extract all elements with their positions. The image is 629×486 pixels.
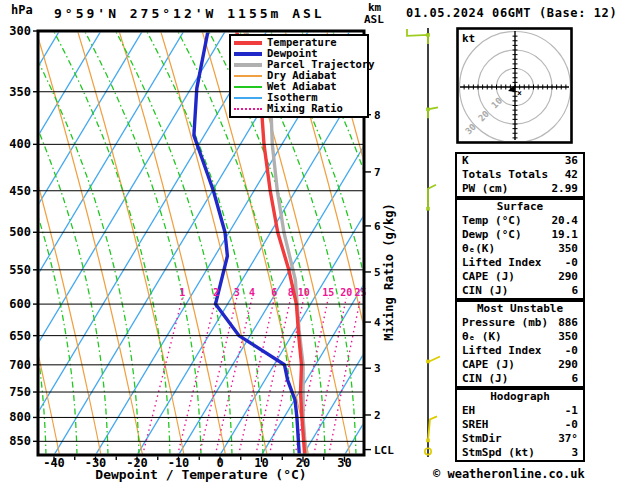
stat-value: 2.99 [552, 182, 579, 196]
svg-text:5: 5 [374, 266, 381, 279]
stat-value: 19.1 [552, 228, 579, 242]
stat-row: Temp (°C)20.4 [457, 214, 583, 228]
svg-text:850: 850 [9, 434, 31, 448]
stat-row: CAPE (J)290 [457, 270, 583, 284]
svg-text:8: 8 [374, 109, 381, 122]
stat-row: Lifted Index-0 [457, 344, 583, 358]
hodograph-trace-mark: × [517, 89, 522, 98]
stat-label: EH [462, 404, 475, 418]
svg-text:7: 7 [374, 166, 381, 179]
stat-value: 290 [558, 270, 578, 284]
svg-text:800: 800 [9, 410, 31, 424]
stat-row: SREH-0 [457, 418, 583, 432]
legend-swatch [234, 108, 262, 110]
svg-text:750: 750 [9, 385, 31, 399]
stats-panels: K36Totals Totals42PW (cm)2.99SurfaceTemp… [455, 152, 585, 462]
hodograph: kt102030× [456, 27, 574, 145]
stat-row: Totals Totals42 [457, 168, 583, 182]
credit: © weatheronline.co.uk [433, 467, 585, 481]
stat-label: CIN (J) [462, 372, 508, 386]
svg-text:300: 300 [9, 24, 31, 38]
stat-label: Lifted Index [462, 344, 541, 358]
sounding-chart-page: hPa 9°59'N 275°12'W 1155m ASL km ASL 01.… [0, 0, 629, 486]
stat-row: PW (cm)2.99 [457, 182, 583, 196]
stat-value: -0 [565, 344, 578, 358]
stat-row: StmDir37° [457, 432, 583, 446]
x-axis-title: Dewpoint / Temperature (°C) [38, 467, 364, 482]
svg-text:700: 700 [9, 358, 31, 372]
svg-text:LCL: LCL [374, 444, 394, 457]
svg-text:2: 2 [374, 409, 381, 422]
svg-text:400: 400 [9, 137, 31, 151]
stat-row: θₑ(K)350 [457, 242, 583, 256]
stats-panel: Most UnstablePressure (mb)886θₑ (K)350Li… [455, 300, 585, 388]
stats-panel: HodographEH-1SREH-0StmDir37°StmSpd (kt)3 [455, 388, 585, 462]
stat-row: K36 [457, 154, 583, 168]
svg-text:3: 3 [234, 287, 240, 298]
stat-value: 290 [558, 358, 578, 372]
svg-text:2: 2 [213, 287, 219, 298]
stat-row: θₑ (K)350 [457, 330, 583, 344]
svg-text:4: 4 [374, 316, 381, 329]
stat-label: K [462, 154, 469, 168]
svg-text:6: 6 [374, 220, 381, 233]
stat-row: Pressure (mb)886 [457, 316, 583, 330]
svg-text:1: 1 [179, 287, 185, 298]
stat-label: PW (cm) [462, 182, 508, 196]
legend-swatch [234, 52, 262, 56]
stat-value: 20.4 [552, 214, 579, 228]
stat-value: -0 [565, 256, 578, 270]
stat-value: 42 [565, 168, 578, 182]
stats-panel-header: Surface [457, 200, 583, 214]
legend-item: Mixing Ratio [234, 103, 367, 114]
svg-text:8: 8 [288, 287, 294, 298]
stat-row: CAPE (J)290 [457, 358, 583, 372]
stat-value: 6 [571, 372, 578, 386]
legend-swatch [234, 75, 262, 77]
stats-panel-header: Most Unstable [457, 302, 583, 316]
svg-text:450: 450 [9, 184, 31, 198]
stat-value: -0 [565, 418, 578, 432]
wind-barb-column [407, 28, 440, 457]
stats-panel: K36Totals Totals42PW (cm)2.99 [455, 152, 585, 198]
stat-row: CIN (J)6 [457, 284, 583, 298]
stat-label: Lifted Index [462, 256, 541, 270]
svg-text:3: 3 [374, 362, 381, 375]
stat-label: SREH [462, 418, 489, 432]
legend-swatch [234, 63, 262, 67]
svg-text:350: 350 [9, 85, 31, 99]
stats-panel: SurfaceTemp (°C)20.4Dewp (°C)19.1θₑ(K)35… [455, 198, 585, 300]
svg-text:15: 15 [322, 287, 334, 298]
mixing-axis-title: Mixing Ratio (g/kg) [382, 203, 396, 340]
hodograph-unit: kt [462, 32, 475, 45]
stat-label: Dewp (°C) [462, 228, 522, 242]
legend-swatch [234, 97, 262, 99]
stat-value: -1 [565, 404, 578, 418]
stat-value: 350 [558, 242, 578, 256]
stat-label: θₑ(K) [462, 242, 495, 256]
stat-value: 6 [571, 284, 578, 298]
stat-label: CAPE (J) [462, 270, 515, 284]
stat-row: Lifted Index-0 [457, 256, 583, 270]
legend-swatch [234, 41, 262, 45]
mixing-ratio-labels: 12346810152025 [179, 287, 366, 298]
svg-text:20: 20 [340, 287, 352, 298]
stat-label: CAPE (J) [462, 358, 515, 372]
svg-text:650: 650 [9, 329, 31, 343]
svg-text:550: 550 [9, 263, 31, 277]
stat-row: EH-1 [457, 404, 583, 418]
stat-value: 36 [565, 154, 578, 168]
stat-row: StmSpd (kt)3 [457, 446, 583, 460]
stat-label: StmDir [462, 432, 502, 446]
stat-label: CIN (J) [462, 284, 508, 298]
svg-text:4: 4 [249, 287, 255, 298]
svg-text:10: 10 [298, 287, 310, 298]
stat-value: 37° [558, 432, 578, 446]
svg-text:500: 500 [9, 225, 31, 239]
stats-panel-header: Hodograph [457, 390, 583, 404]
svg-text:6: 6 [271, 287, 277, 298]
legend-label: Mixing Ratio [267, 103, 343, 114]
stat-label: StmSpd (kt) [462, 446, 535, 460]
stat-value: 886 [558, 316, 578, 330]
svg-text:600: 600 [9, 297, 31, 311]
